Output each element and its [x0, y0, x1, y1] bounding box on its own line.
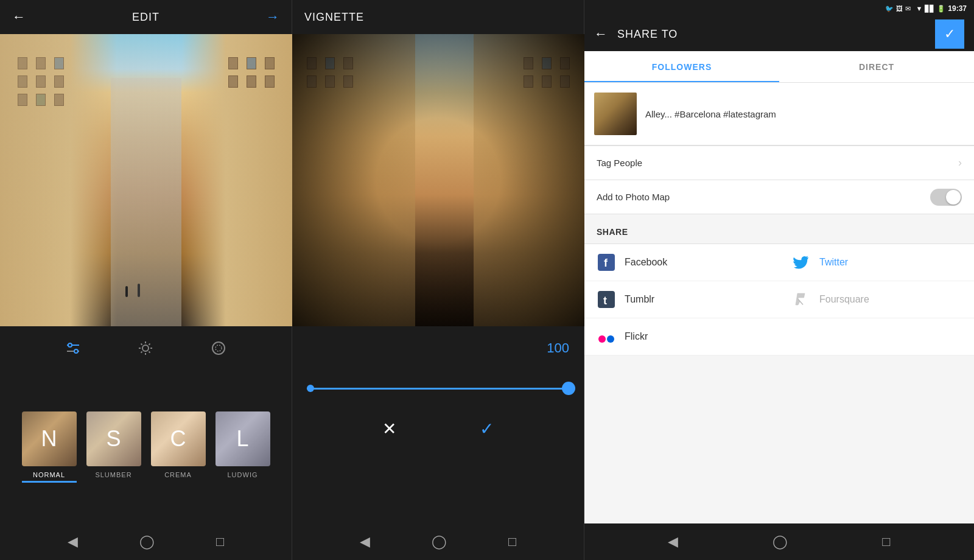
tab-direct-label: DIRECT [859, 62, 894, 72]
filter-active-indicator [22, 481, 77, 483]
tag-people-chevron: › [958, 156, 962, 169]
tag-people-label: Tag People [597, 158, 958, 168]
caption-input[interactable] [645, 93, 964, 135]
svg-point-1 [68, 343, 72, 347]
home-nav-icon-share[interactable]: ◯ [773, 534, 788, 550]
share-twitter-item[interactable]: Twitter [779, 244, 974, 281]
share-foursquare-item[interactable]: Foursquare [779, 281, 974, 318]
share-back-button[interactable]: ← [594, 26, 608, 42]
svg-line-9 [141, 344, 142, 345]
signal-icon: ▊▊ [925, 5, 934, 13]
filters-row: N NORMAL S SLUMBER C CREMA L LUDWIG [0, 370, 292, 523]
tab-direct[interactable]: DIRECT [779, 51, 974, 82]
share-title: SHARE TO [617, 28, 678, 41]
add-to-photo-map-label: Add to Photo Map [597, 192, 930, 202]
svg-line-10 [149, 352, 150, 353]
tag-people-row[interactable]: Tag People › [584, 146, 974, 180]
twitter-label: Twitter [819, 257, 848, 268]
edit-photo-area [0, 34, 292, 326]
share-row-3: Flickr [584, 318, 974, 355]
filter-slumber-label: SLUMBER [95, 471, 131, 478]
tumblr-label: Tumblr [625, 294, 654, 305]
svg-text:t: t [603, 295, 607, 307]
filter-crema-thumb: C [151, 411, 206, 466]
building-right [181, 34, 292, 326]
filter-ludwig[interactable]: L LUDWIG [215, 411, 270, 483]
filter-ludwig-thumb: L [215, 411, 270, 466]
filter-crema[interactable]: C CREMA [151, 411, 206, 483]
filter-slumber[interactable]: S SLUMBER [86, 411, 141, 483]
home-nav-icon[interactable]: ◯ [139, 534, 155, 550]
filter-crema-label: CREMA [164, 471, 192, 478]
edit-panel: ← EDIT → [0, 0, 292, 560]
share-spacer [584, 355, 974, 523]
share-grid: f Facebook Twitter t [584, 244, 974, 355]
share-confirm-button[interactable]: ✓ [935, 19, 964, 49]
svg-point-3 [74, 349, 78, 353]
svg-line-11 [149, 344, 150, 345]
share-section-label: SHARE [597, 227, 628, 237]
forward-button[interactable]: → [266, 9, 279, 25]
flickr-label: Flickr [625, 331, 648, 342]
tab-followers[interactable]: FOLLOWERS [584, 51, 779, 82]
recents-nav-icon-vignette[interactable]: □ [508, 534, 516, 550]
vignette-spacer [292, 450, 584, 523]
adjust-tool[interactable] [61, 337, 85, 360]
vignette-tool[interactable] [207, 337, 230, 360]
building-left [0, 34, 117, 326]
filter-swatches: N NORMAL S SLUMBER C CREMA L LUDWIG [12, 411, 279, 483]
vignette-bottom-nav: ◀ ◯ □ [292, 523, 584, 560]
facebook-icon: f [597, 253, 616, 272]
share-row-1: f Facebook Twitter [584, 244, 974, 281]
vignette-slider-thumb[interactable] [562, 382, 575, 395]
back-nav-icon-vignette[interactable]: ◀ [360, 534, 370, 550]
filter-normal-label: NORMAL [33, 471, 65, 478]
twitter-icon [791, 253, 811, 272]
image-status-icon: 🖼 [896, 5, 903, 12]
battery-icon: 🔋 [937, 5, 945, 13]
twitter-status-icon: 🐦 [885, 5, 894, 13]
recents-nav-icon[interactable]: □ [216, 534, 224, 550]
vignette-photo-area [292, 34, 584, 326]
clock-display: 19:37 [948, 4, 967, 13]
recents-nav-icon-share[interactable]: □ [882, 534, 890, 550]
svg-point-19 [598, 335, 606, 343]
status-bar: 🐦 🖼 ✉ ▼ ▊▊ 🔋 19:37 [584, 0, 974, 17]
svg-point-13 [212, 342, 225, 354]
toggle-knob [946, 190, 961, 205]
confirm-button[interactable]: ✓ [480, 419, 494, 439]
back-button[interactable]: ← [12, 9, 26, 25]
filter-normal[interactable]: N NORMAL [22, 411, 77, 483]
cancel-button[interactable]: ✕ [382, 419, 396, 439]
svg-point-20 [607, 335, 614, 343]
tumblr-icon: t [597, 290, 616, 309]
foursquare-icon [791, 290, 811, 309]
vignette-slider-area[interactable] [292, 370, 584, 407]
vignette-action-bar: ✕ ✓ [292, 407, 584, 450]
share-flickr-item[interactable]: Flickr [584, 318, 779, 355]
svg-line-12 [141, 352, 142, 353]
share-top-bar: ← SHARE TO ✓ [584, 17, 974, 51]
back-nav-icon-share[interactable]: ◀ [668, 534, 678, 550]
home-nav-icon-vignette[interactable]: ◯ [432, 534, 447, 550]
back-nav-icon[interactable]: ◀ [68, 534, 78, 550]
photo-map-toggle[interactable] [930, 189, 962, 206]
caption-photo-thumbnail [594, 93, 637, 135]
vignette-slider-track[interactable] [307, 388, 569, 390]
tools-row [0, 326, 292, 370]
svg-point-4 [142, 345, 149, 351]
share-tabs: FOLLOWERS DIRECT [584, 51, 974, 83]
add-to-photo-map-row[interactable]: Add to Photo Map [584, 180, 974, 214]
edit-photo-scene [0, 34, 292, 326]
tab-followers-label: FOLLOWERS [652, 62, 712, 72]
brightness-tool[interactable] [134, 337, 157, 360]
edit-title: EDIT [132, 11, 159, 24]
vignette-scene [292, 34, 584, 326]
filter-ludwig-label: LUDWIG [228, 471, 258, 478]
edit-bottom-nav: ◀ ◯ □ [0, 523, 292, 560]
share-tumblr-item[interactable]: t Tumblr [584, 281, 779, 318]
share-facebook-item[interactable]: f Facebook [584, 244, 779, 281]
foursquare-label: Foursquare [819, 294, 869, 305]
share-panel: 🐦 🖼 ✉ ▼ ▊▊ 🔋 19:37 ← SHARE TO ✓ FOLLOWER… [584, 0, 974, 560]
mail-status-icon: ✉ [905, 5, 911, 13]
